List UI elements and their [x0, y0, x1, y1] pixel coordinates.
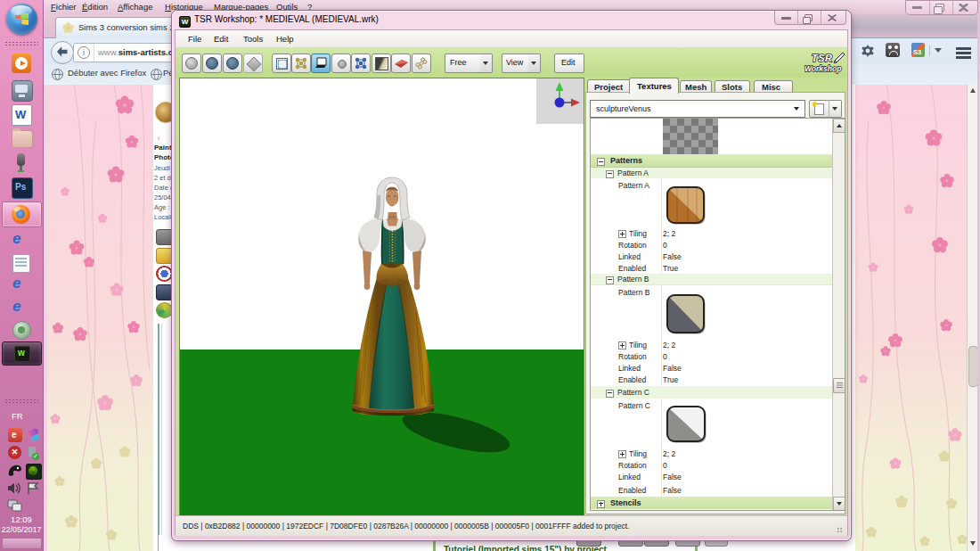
svg-text:Workshop: Workshop: [804, 64, 841, 73]
svg-text:TSR: TSR: [812, 53, 833, 63]
